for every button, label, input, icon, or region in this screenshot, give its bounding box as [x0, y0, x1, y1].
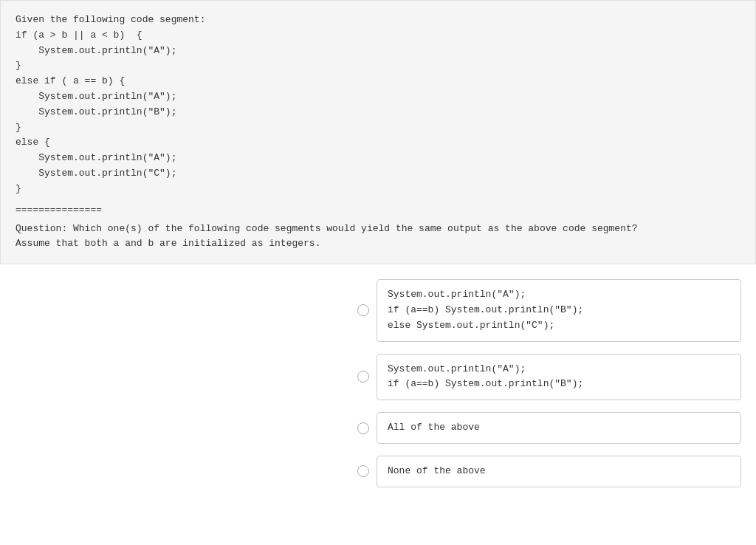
radio-button-1[interactable]	[357, 304, 369, 316]
answer-row-2: System.out.println("A"); if (a==b) Syste…	[357, 354, 741, 401]
answer-box-2[interactable]: System.out.println("A"); if (a==b) Syste…	[377, 354, 741, 401]
question-text: Question: Which one(s) of the following …	[16, 222, 740, 253]
divider: ===============	[16, 205, 740, 216]
answer-box-3[interactable]: All of the above	[377, 412, 741, 444]
page-container: Given the following code segment: if (a …	[0, 0, 756, 545]
answers-section: System.out.println("A"); if (a==b) Syste…	[0, 264, 756, 502]
answer-row-4: None of the above	[357, 456, 741, 487]
code-block: Given the following code segment: if (a …	[16, 13, 740, 197]
radio-button-4[interactable]	[357, 465, 369, 477]
answer-box-1[interactable]: System.out.println("A"); if (a==b) Syste…	[377, 279, 741, 341]
radio-button-3[interactable]	[357, 422, 369, 434]
answer-row-1: System.out.println("A"); if (a==b) Syste…	[357, 279, 741, 341]
answer-box-4[interactable]: None of the above	[377, 456, 741, 487]
answer-row-3: All of the above	[357, 412, 741, 444]
code-section: Given the following code segment: if (a …	[0, 0, 756, 264]
radio-button-2[interactable]	[357, 371, 369, 383]
